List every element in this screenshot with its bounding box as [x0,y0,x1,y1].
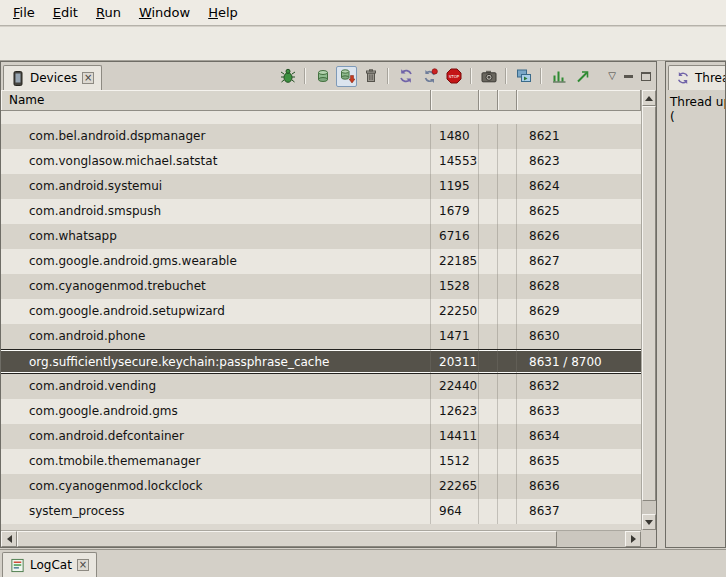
table-row[interactable]: org.sufficientlysecure.keychain:passphra… [1,349,641,374]
column-header-threads[interactable] [498,90,517,111]
process-port: 8632 [517,374,641,399]
table-row[interactable]: com.google.android.gms.wearable 22185 86… [1,249,641,274]
process-pid: 1195 [431,174,479,199]
toolbar-separator [505,68,507,84]
table-row[interactable]: com.google.android.gms 12623 8633 [1,399,641,424]
vertical-scrollbar[interactable] [641,90,656,530]
process-port: 8634 [517,424,641,449]
scroll-up-button[interactable] [642,90,656,106]
process-pid: 1480 [431,124,479,149]
horizontal-scrollbar[interactable] [1,530,641,547]
column-header-name[interactable]: Name [1,90,431,111]
scroll-down-button[interactable] [642,514,656,530]
heap-indicator-cell [479,499,498,524]
horizontal-scrollbar-thumb[interactable] [17,531,557,547]
arrow-down-icon [645,520,653,525]
update-heap-icon[interactable] [312,66,333,87]
thread-indicator-cell [498,149,517,174]
thread-indicator-cell [498,299,517,324]
threads-tabbar: Threa [666,62,725,90]
process-name: com.cyanogenmod.lockclock [1,474,431,499]
devices-toolbar: STOP ▽ [277,66,656,87]
table-row[interactable]: com.cyanogenmod.lockclock 22265 8636 [1,474,641,499]
scroll-right-button[interactable] [625,531,641,547]
column-header-port[interactable] [517,90,641,111]
thread-indicator-cell [498,249,517,274]
update-threads-icon[interactable] [395,66,416,87]
menu-window[interactable]: Window [130,2,199,23]
thread-indicator-cell [498,474,517,499]
table-row[interactable]: com.bel.android.dspmanager 1480 8621 [1,124,641,149]
process-port: 8623 [517,149,641,174]
menu-run[interactable]: Run [87,2,130,23]
heap-indicator-cell [479,449,498,474]
cause-gc-icon[interactable] [360,66,381,87]
table-row[interactable]: com.cyanogenmod.trebuchet 1528 8628 [1,274,641,299]
screen-record-icon[interactable] [513,66,534,87]
thread-indicator-cell [498,224,517,249]
process-pid: 22185 [431,249,479,274]
process-port: 8629 [517,299,641,324]
table-row[interactable]: com.android.vending 22440 8632 [1,374,641,399]
table-row[interactable]: com.vonglasow.michael.satstat 14553 8623 [1,149,641,174]
process-name: com.cyanogenmod.trebuchet [1,274,431,299]
process-pid: 964 [431,499,479,524]
table-row[interactable]: com.tmobile.thememanager 1512 8635 [1,449,641,474]
process-pid: 20311 [431,350,479,373]
scroll-left-button[interactable] [1,531,17,547]
table-row[interactable]: com.whatsapp 6716 8626 [1,224,641,249]
close-icon[interactable]: × [77,559,89,571]
toolbar-separator [470,68,472,84]
logcat-icon [10,558,25,573]
view-menu-icon[interactable]: ▽ [608,71,616,81]
stop-process-icon[interactable]: STOP [443,66,464,87]
tab-threads[interactable]: Threa [668,65,726,90]
process-name: com.android.systemui [1,174,431,199]
close-icon[interactable]: × [82,72,94,84]
column-header-heap[interactable] [479,90,498,111]
threads-icon [676,71,690,85]
heap-indicator-cell [479,350,498,373]
process-pid: 1471 [431,324,479,349]
heap-indicator-cell [479,199,498,224]
threads-view: Threa Thread up ( [665,61,726,548]
heap-indicator-cell [479,149,498,174]
menu-help[interactable]: Help [199,2,247,23]
process-pid: 22440 [431,374,479,399]
menu-edit[interactable]: Edit [44,2,87,23]
table-row[interactable]: com.android.phone 1471 8630 [1,324,641,349]
main-toolbar [0,27,726,61]
dump-hprof-icon[interactable] [336,66,357,87]
heap-indicator-cell [479,424,498,449]
vertical-scrollbar-thumb[interactable] [642,106,656,501]
maximize-icon[interactable] [641,72,651,81]
column-header-pid[interactable] [431,90,479,111]
partial-row [1,111,641,124]
process-port: 8631 / 8700 [517,350,641,373]
start-method-profiling-icon[interactable] [419,66,440,87]
process-name: com.android.smspush [1,199,431,224]
debug-icon[interactable] [277,66,298,87]
thread-indicator-cell [498,199,517,224]
table-row[interactable]: com.android.defcontainer 14411 8634 [1,424,641,449]
table-row[interactable]: com.android.systemui 1195 8624 [1,174,641,199]
process-port: 8628 [517,274,641,299]
process-port: 8627 [517,249,641,274]
device-phone-icon [11,71,25,86]
table-row[interactable]: com.android.smspush 1679 8625 [1,199,641,224]
menu-file[interactable]: File [4,2,44,23]
table-row[interactable]: com.google.android.setupwizard 22250 862… [1,299,641,324]
process-port: 8624 [517,174,641,199]
heap-indicator-cell [479,124,498,149]
tab-devices[interactable]: Devices × [3,65,102,90]
trace-arrow-icon[interactable] [572,66,593,87]
table-row[interactable]: system_process 964 8637 [1,499,641,524]
minimize-icon[interactable] [624,75,633,78]
tab-logcat[interactable]: LogCat × [2,552,97,577]
process-port: 8630 [517,324,641,349]
process-port: 8637 [517,499,641,524]
sysinfo-chart-icon[interactable] [548,66,569,87]
heap-indicator-cell [479,374,498,399]
screen-capture-icon[interactable] [478,66,499,87]
device-table-body: com.bel.android.dspmanager 1480 8621 com… [1,111,641,530]
